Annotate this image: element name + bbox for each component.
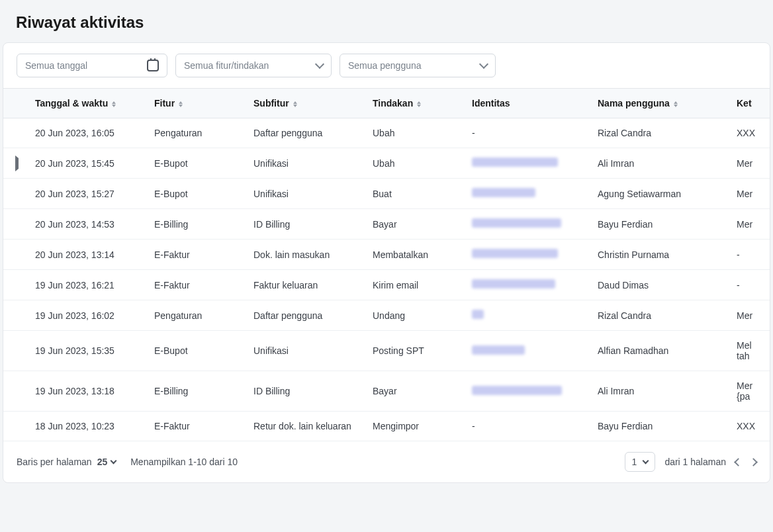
user-filter[interactable]: Semua pengguna xyxy=(340,54,496,77)
date-filter-placeholder: Semua tanggal xyxy=(25,60,87,71)
feature-filter[interactable]: Semua fitur/tindakan xyxy=(175,54,332,77)
cell-username: Bayu Ferdian xyxy=(590,412,729,441)
col-username[interactable]: Nama pengguna xyxy=(590,89,729,118)
redacted-identity xyxy=(472,218,561,228)
cell-datetime: 19 Jun 2023, 13:18 xyxy=(27,371,146,412)
cell-datetime: 20 Jun 2023, 14:53 xyxy=(27,209,146,240)
table-row: 19 Jun 2023, 16:02PengaturanDaftar pengg… xyxy=(3,300,770,331)
table-row: 20 Jun 2023, 15:45E-BupotUnifikasiUbahAl… xyxy=(3,148,770,179)
redacted-identity xyxy=(472,279,555,288)
col-feature[interactable]: Fitur xyxy=(146,89,246,118)
expand-cell xyxy=(3,371,27,412)
cell-action: Undang xyxy=(365,300,464,331)
cell-note: XXX xyxy=(729,118,770,148)
col-subfeature[interactable]: Subfitur xyxy=(246,89,365,118)
chevron-down-icon xyxy=(111,458,117,465)
table-row: 20 Jun 2023, 15:27E-BupotUnifikasiBuatAg… xyxy=(3,179,770,209)
expand-cell xyxy=(3,240,27,270)
cell-feature: E-Bupot xyxy=(146,148,246,179)
cell-action: Mengimpor xyxy=(365,412,464,441)
expand-cell xyxy=(3,270,27,300)
cell-note: Mer xyxy=(729,209,770,240)
cell-datetime: 20 Jun 2023, 16:05 xyxy=(27,118,146,148)
sort-icon xyxy=(417,101,421,107)
showing-text: Menampilkan 1-10 dari 10 xyxy=(130,457,238,467)
col-note: Ket xyxy=(729,89,770,118)
cell-subfeature: Retur dok. lain keluaran xyxy=(246,412,365,441)
page-title: Riwayat aktivitas xyxy=(16,13,757,32)
cell-identity: - xyxy=(464,412,590,441)
next-page-button[interactable] xyxy=(749,458,758,466)
calendar-icon xyxy=(147,60,159,71)
expand-cell xyxy=(3,118,27,148)
cell-note: - xyxy=(729,240,770,270)
sort-icon xyxy=(112,101,116,107)
cell-note: Mer xyxy=(729,148,770,179)
cell-note: Mer xyxy=(729,179,770,209)
cell-subfeature: Unifikasi xyxy=(246,148,365,179)
col-datetime[interactable]: Tanggal & waktu xyxy=(27,89,146,118)
cell-feature: E-Bupot xyxy=(146,179,246,209)
table-row: 19 Jun 2023, 13:18E-BillingID BillingBay… xyxy=(3,371,770,412)
redacted-identity xyxy=(472,188,535,197)
col-action[interactable]: Tindakan xyxy=(365,89,464,118)
cell-action: Buat xyxy=(365,179,464,209)
col-datetime-label: Tanggal & waktu xyxy=(35,98,108,109)
rows-per-page-select[interactable]: 25 xyxy=(97,457,116,467)
cell-feature: Pengaturan xyxy=(146,118,246,148)
cell-feature: E-Bupot xyxy=(146,331,246,371)
cell-feature: E-Billing xyxy=(146,371,246,412)
sort-icon xyxy=(674,101,678,107)
table-row: 20 Jun 2023, 16:05PengaturanDaftar pengg… xyxy=(3,118,770,148)
col-expand xyxy=(3,89,27,118)
cell-subfeature: Faktur keluaran xyxy=(246,270,365,300)
table-row: 19 Jun 2023, 16:21E-FakturFaktur keluara… xyxy=(3,270,770,300)
table-row: 18 Jun 2023, 10:23E-FakturRetur dok. lai… xyxy=(3,412,770,441)
cell-datetime: 19 Jun 2023, 16:02 xyxy=(27,300,146,331)
sort-icon xyxy=(293,101,297,107)
sort-icon xyxy=(179,101,183,107)
col-identity-label: Identitas xyxy=(472,98,510,109)
cell-feature: Pengaturan xyxy=(146,300,246,331)
date-filter[interactable]: Semua tanggal xyxy=(17,54,167,77)
cell-identity xyxy=(464,240,590,270)
cell-subfeature: Daftar pengguna xyxy=(246,118,365,148)
cell-action: Ubah xyxy=(365,148,464,179)
prev-page-button[interactable] xyxy=(734,458,743,466)
cell-username: Bayu Ferdian xyxy=(590,209,729,240)
chevron-down-icon xyxy=(479,60,488,69)
col-identity: Identitas xyxy=(464,89,590,118)
cell-username: Ali Imran xyxy=(590,148,729,179)
table-scroll[interactable]: Tanggal & waktu Fitur Subfitur Tindakan … xyxy=(3,88,770,441)
cell-feature: E-Faktur xyxy=(146,240,246,270)
cell-action: Bayar xyxy=(365,209,464,240)
expand-cell xyxy=(3,412,27,441)
expand-cell[interactable] xyxy=(3,148,27,179)
col-note-label: Ket xyxy=(737,98,752,109)
table-footer: Baris per halaman 25 Menampilkan 1-10 da… xyxy=(3,441,770,482)
of-pages-text: dari 1 halaman xyxy=(664,457,726,467)
cell-action: Membatalkan xyxy=(365,240,464,270)
cell-identity xyxy=(464,300,590,331)
filter-bar: Semua tanggal Semua fitur/tindakan Semua… xyxy=(3,43,770,88)
cell-note: Mel tah xyxy=(729,331,770,371)
cell-action: Bayar xyxy=(365,371,464,412)
page-select[interactable]: 1 xyxy=(625,452,656,472)
expand-icon xyxy=(15,155,19,171)
table-header-row: Tanggal & waktu Fitur Subfitur Tindakan … xyxy=(3,89,770,118)
chevron-down-icon xyxy=(315,60,324,69)
cell-note: Mer {pa xyxy=(729,371,770,412)
cell-identity xyxy=(464,179,590,209)
cell-username: Rizal Candra xyxy=(590,118,729,148)
cell-subfeature: ID Billing xyxy=(246,371,365,412)
activity-table: Tanggal & waktu Fitur Subfitur Tindakan … xyxy=(3,88,770,441)
redacted-identity xyxy=(472,386,562,395)
table-row: 20 Jun 2023, 13:14E-FakturDok. lain masu… xyxy=(3,240,770,270)
cell-username: Alfian Ramadhan xyxy=(590,331,729,371)
cell-feature: E-Billing xyxy=(146,209,246,240)
col-action-label: Tindakan xyxy=(373,98,413,109)
cell-datetime: 20 Jun 2023, 13:14 xyxy=(27,240,146,270)
rows-per-page: Baris per halaman 25 xyxy=(17,457,116,467)
table-row: 20 Jun 2023, 14:53E-BillingID BillingBay… xyxy=(3,209,770,240)
cell-datetime: 19 Jun 2023, 15:35 xyxy=(27,331,146,371)
